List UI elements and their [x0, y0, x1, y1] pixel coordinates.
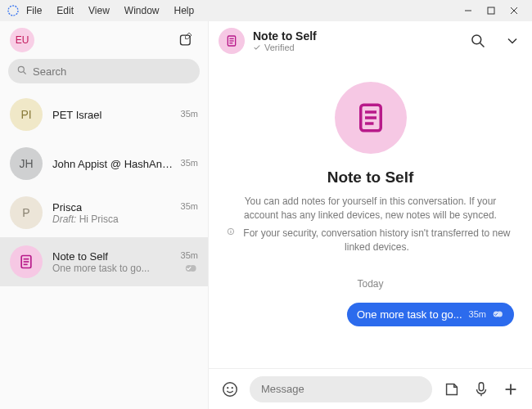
chat-description-line2: For your security, conversation history … [240, 227, 514, 255]
attach-button[interactable] [501, 380, 521, 399]
emoji-button[interactable] [220, 380, 240, 399]
menu-edit[interactable]: Edit [56, 5, 74, 16]
conversation-name: Note to Self [52, 250, 108, 263]
conversation-name: Prisca [52, 201, 82, 213]
note-to-self-avatar [10, 245, 43, 278]
draft-label: Draft: [52, 213, 76, 225]
svg-point-29 [223, 382, 237, 396]
conversation-preview: One more task to go... [52, 263, 150, 274]
window-maximize-button[interactable] [480, 2, 503, 19]
conversation-time: 35m [181, 109, 198, 121]
chat-description: You can add notes for yourself in this c… [227, 195, 514, 255]
svg-point-6 [18, 66, 24, 72]
chat-header: Note to Self Verified [209, 21, 532, 61]
svg-point-13 [190, 265, 196, 272]
conversation-time: 35m [181, 250, 198, 263]
note-icon [225, 34, 238, 47]
chat-header-avatar[interactable] [219, 28, 245, 54]
chat-title: Note to Self [253, 29, 468, 43]
sidebar: EU PI PET Israel 35m [0, 21, 209, 409]
note-icon [354, 101, 388, 135]
emoji-icon [221, 380, 239, 398]
menu-help[interactable]: Help [174, 5, 195, 16]
compose-button[interactable] [175, 29, 198, 52]
note-icon [18, 254, 34, 270]
app-logo-icon [7, 4, 20, 17]
avatar: JH [10, 147, 43, 180]
chat-menu-button[interactable] [503, 31, 522, 51]
date-separator: Today [357, 278, 383, 290]
svg-line-7 [24, 72, 26, 74]
conversation-list: PI PET Israel 35m JH John Appist @ HashA… [0, 90, 208, 409]
svg-point-28 [497, 312, 503, 317]
chat-hero-title: Note to Self [327, 169, 414, 187]
conversation-time: 35m [181, 158, 198, 170]
message-time: 35m [469, 309, 486, 319]
conversation-item[interactable]: PI PET Israel 35m [0, 90, 208, 139]
delivered-status-icon [493, 310, 504, 318]
window-close-button[interactable] [503, 2, 525, 19]
avatar: P [10, 196, 43, 229]
chat-search-button[interactable] [468, 31, 488, 51]
window-minimize-button[interactable] [457, 2, 480, 19]
conversation-name: John Appist @ HashAnal... [52, 158, 176, 170]
chat-description-line1: You can add notes for yourself in this c… [227, 195, 514, 223]
message-bubble-outgoing[interactable]: One more task to go... 35m [347, 303, 514, 326]
avatar: PI [10, 98, 43, 131]
plus-icon [502, 380, 520, 398]
conversation-item[interactable]: JH John Appist @ HashAnal... 35m [0, 139, 208, 188]
conversation-preview: Hi Prisca [79, 213, 119, 225]
sticker-button[interactable] [442, 380, 462, 399]
svg-rect-2 [488, 7, 494, 14]
svg-line-19 [480, 43, 485, 47]
chat-hero-avatar [335, 82, 407, 154]
chevron-down-icon [504, 33, 521, 49]
titlebar: File Edit View Window Help [0, 0, 532, 21]
conversation-item[interactable]: Note to Self 35m One more task to go... [0, 237, 208, 286]
svg-point-30 [227, 387, 228, 389]
composer [209, 368, 532, 409]
svg-rect-32 [479, 382, 484, 390]
delivered-status-icon [185, 264, 198, 272]
search-input[interactable] [8, 59, 200, 83]
svg-point-31 [232, 387, 233, 389]
sticker-icon [443, 380, 461, 398]
conversation-time: 35m [181, 201, 198, 213]
info-icon [227, 227, 235, 236]
message-row: One more task to go... 35m [227, 303, 514, 326]
message-text: One more task to go... [357, 308, 462, 321]
check-icon [253, 43, 261, 52]
chat-body: Note to Self You can add notes for yours… [209, 61, 532, 368]
menu-window[interactable]: Window [124, 5, 160, 16]
chat-pane: Note to Self Verified Note to Self You c… [209, 21, 532, 409]
profile-avatar[interactable]: EU [10, 28, 34, 52]
menu-file[interactable]: File [26, 5, 42, 16]
svg-point-0 [8, 6, 18, 16]
menu-view[interactable]: View [88, 5, 110, 16]
microphone-icon [472, 380, 490, 398]
compose-icon [178, 32, 195, 48]
svg-point-18 [472, 35, 481, 44]
search-icon [16, 65, 28, 76]
chat-verified-label: Verified [253, 43, 468, 52]
search-icon [470, 33, 486, 49]
voice-message-button[interactable] [471, 380, 491, 399]
svg-point-26 [231, 229, 232, 230]
conversation-item[interactable]: P Prisca 35m Draft: Hi Prisca [0, 188, 208, 237]
message-input[interactable] [250, 376, 432, 402]
conversation-name: PET Israel [52, 109, 101, 121]
